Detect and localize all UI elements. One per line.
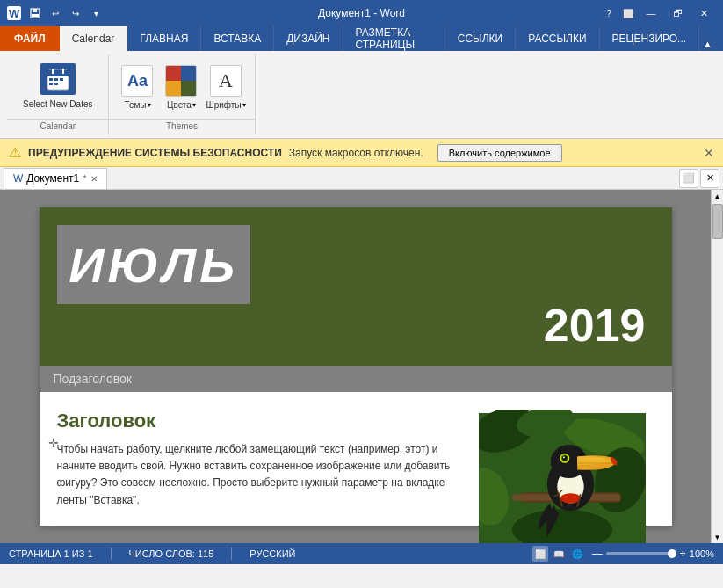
svg-rect-10 [54,78,58,81]
month-label-box: ИЮЛЬ [57,225,250,304]
svg-rect-11 [60,78,63,81]
colors-btn[interactable] [162,63,200,98]
scroll-thumb[interactable] [712,204,723,239]
calendar-header: ИЮЛЬ 2019 [40,207,672,366]
tab-design[interactable]: ДИЗАЙН [274,26,343,51]
doc-content[interactable]: ✛ ИЮЛЬ 2019 Подзаголовок Заголовок Чтобы… [0,190,711,543]
help-btn[interactable]: ? [600,4,618,22]
calendar-icon [40,63,76,95]
window-title: Документ1 - Word [318,7,405,19]
close-btn[interactable]: ✕ [691,4,716,22]
tab-home[interactable]: ГЛАВНАЯ [127,26,201,51]
title-bar: W ↩ ↪ ▾ Документ1 - Word ? ⬜ — 🗗 ✕ [0,0,723,26]
tab-mailings[interactable]: РАССЫЛКИ [516,26,599,51]
colors-btn-group: Цвета ▾ [162,63,200,110]
doc-tab-close-btn[interactable]: ✕ [90,174,98,184]
security-warning-icon: ⚠ [9,144,21,161]
subtitle-text: Подзаголовок [54,372,133,386]
scroll-up-btn[interactable]: ▲ [712,190,724,202]
tab-references[interactable]: ССЫЛКИ [445,26,516,51]
themes-btn-group: Aa Темы ▾ [118,63,156,110]
svg-rect-13 [54,83,58,85]
status-right: ⬜ 📖 🌐 — + 100% [532,546,714,562]
security-title: ПРЕДУПРЕЖДЕНИЕ СИСТЕМЫ БЕЗОПАСНОСТИ [28,147,282,159]
doc-tab-bar: W Документ1 * ✕ ⬜ ✕ [0,167,723,190]
tab-file[interactable]: ФАЙЛ [0,26,60,51]
doc-tab-modified-indicator: * [83,173,86,184]
svg-text:W: W [9,7,20,20]
select-dates-label: Select New Dates [23,98,92,110]
redo-quick-btn[interactable]: ↪ [67,4,84,22]
fonts-btn-group: A Шрифты ▾ [206,63,245,110]
svg-point-29 [562,455,568,461]
zoom-plus-btn[interactable]: + [680,548,686,560]
title-text: Документ1 - Word [318,7,405,19]
read-mode-btn[interactable]: 📖 [551,546,567,562]
colors-icon [165,65,197,97]
calendar-group-label: Calendar [7,119,108,134]
zoom-thumb [668,549,676,558]
svg-point-25 [560,493,581,503]
doc-heading: Заголовок [57,410,461,432]
colors-label-row: Цвета ▾ [167,100,196,110]
doc-tab-icon: W [13,172,23,185]
scroll-down-btn[interactable]: ▼ [712,531,724,543]
print-layout-btn[interactable]: ⬜ [532,546,548,562]
status-divider-2 [231,548,232,560]
security-close-btn[interactable]: ✕ [704,146,714,160]
restore-btn[interactable]: 🗗 [665,4,690,22]
zoom-minus-btn[interactable]: — [592,548,603,560]
zoom-slider[interactable] [606,552,676,555]
tab-review[interactable]: РЕЦЕНЗИРО... [600,26,700,51]
doc-restore-btn[interactable]: ⬜ [679,169,698,188]
word-count[interactable]: ЧИСЛО СЛОВ: 115 [129,548,214,559]
undo-quick-btn[interactable]: ↩ [47,4,64,22]
svg-rect-6 [47,70,69,76]
fonts-label: Шрифты [206,100,241,110]
move-handle[interactable]: ✛ [48,436,59,450]
svg-point-30 [562,456,564,458]
colors-label: Цвета [167,100,192,110]
doc-close-btn[interactable]: ✕ [700,169,719,188]
svg-rect-12 [49,83,53,85]
language-status[interactable]: РУССКИЙ [249,548,295,559]
subtitle-bar: Подзаголовок [40,366,672,392]
tab-layout[interactable]: РАЗМЕТКА СТРАНИЦЫ [343,26,445,51]
view-buttons: ⬜ 📖 🌐 [532,546,585,562]
themes-group-label: Themes [109,119,254,134]
fonts-btn[interactable]: A [206,63,245,98]
minimize-btn[interactable]: — [639,4,663,22]
tab-insert[interactable]: ВСТАВКА [201,26,274,51]
save-quick-btn[interactable] [26,4,44,22]
tab-calendar[interactable]: Calendar [60,26,128,51]
fonts-label-row: Шрифты ▾ [206,100,245,110]
select-new-dates-btn[interactable]: Select New Dates [16,60,99,113]
vertical-scrollbar[interactable]: ▲ ▼ [711,190,723,543]
year-label: 2019 [544,299,646,352]
ribbon-collapse-btn[interactable]: ▲ [699,37,716,51]
ribbon-display-btn[interactable]: ⬜ [619,4,637,22]
month-label: ИЮЛЬ [69,236,238,294]
colors-arrow: ▾ [192,101,196,109]
language-text: РУССКИЙ [249,548,295,559]
doc-tab-document1[interactable]: W Документ1 * ✕ [4,168,107,189]
svg-rect-4 [32,14,39,17]
ribbon-tab-bar: ФАЙЛ Calendar ГЛАВНАЯ ВСТАВКА ДИЗАЙН РАЗ… [0,26,723,51]
web-layout-btn[interactable]: 🌐 [569,546,585,562]
security-message: Запуск макросов отключен. [289,147,423,159]
page-info-text: СТРАНИЦА 1 ИЗ 1 [9,548,93,559]
ribbon-section-body-calendar: Select New Dates [7,54,108,119]
themes-btn[interactable]: Aa [118,63,156,98]
quick-access-toolbar: ↩ ↪ ▾ [26,4,105,22]
svg-rect-9 [49,78,53,81]
page-info[interactable]: СТРАНИЦА 1 ИЗ 1 [9,548,93,559]
enable-content-btn[interactable]: Включить содержимое [437,144,562,162]
fonts-icon: A [210,65,242,97]
ribbon-collapse-area: ▲ [699,37,723,51]
themes-icon: Aa [121,65,153,97]
bird-image [479,410,646,543]
quick-access-more[interactable]: ▾ [87,4,105,22]
doc-tab-bar-right: ⬜ ✕ [679,169,723,188]
doc-area: ✛ ИЮЛЬ 2019 Подзаголовок Заголовок Чтобы… [0,190,723,543]
themes-label-row: Темы ▾ [124,100,150,110]
